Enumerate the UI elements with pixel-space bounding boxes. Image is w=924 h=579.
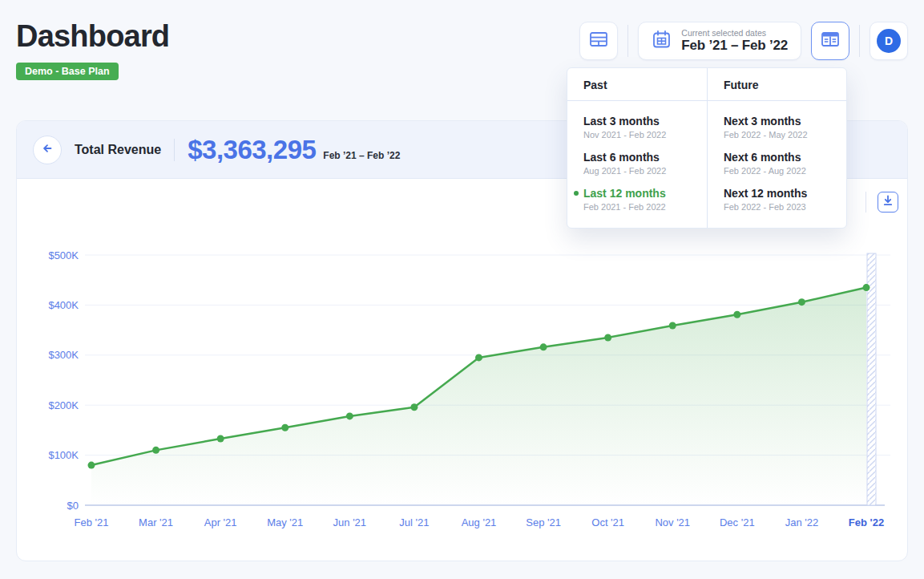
download-icon [882,195,894,209]
comparison-table-button[interactable] [811,22,849,60]
topbar-divider-2 [859,25,860,57]
topbar-divider-1 [627,25,628,57]
option-last-12-months[interactable]: Last 12 months Feb 2021 - Feb 2022 [583,187,696,212]
svg-text:Mar '21: Mar '21 [139,516,173,528]
layout-rows-button[interactable] [579,22,618,60]
layout-rows-icon [589,30,608,51]
page-title: Dashboard [16,19,169,55]
future-column-header: Future [708,68,846,101]
svg-text:Nov '21: Nov '21 [655,516,690,528]
title-block: Dashboard Demo - Base Plan [16,19,169,80]
svg-text:Feb '22: Feb '22 [849,516,884,528]
past-column: Past Last 3 months Nov 2021 - Feb 2022 L… [567,68,707,228]
user-menu-button[interactable]: D [870,22,908,60]
svg-text:Dec '21: Dec '21 [720,516,755,528]
avatar: D [877,29,901,53]
plan-badge: Demo - Base Plan [16,63,119,80]
svg-text:Jul '21: Jul '21 [399,516,429,528]
metric-value-block: $3,363,295 Feb ’21 – Feb ’22 [188,135,400,165]
option-last-3-months[interactable]: Last 3 months Nov 2021 - Feb 2022 [583,115,696,140]
svg-text:$0: $0 [67,500,79,512]
date-range-value: Feb ’21 – Feb ’22 [681,38,788,54]
svg-text:Oct '21: Oct '21 [591,516,624,528]
option-last-6-months[interactable]: Last 6 months Aug 2021 - Feb 2022 [583,151,696,176]
date-range-button[interactable]: Current selected dates Feb ’21 – Feb ’22 [638,22,801,60]
metric-period: Feb ’21 – Feb ’22 [323,150,400,161]
date-range-texts: Current selected dates Feb ’21 – Feb ’22 [681,28,788,54]
svg-text:$300K: $300K [48,349,79,361]
top-bar-actions: Current selected dates Feb ’21 – Feb ’22 [579,22,908,60]
svg-text:Aug '21: Aug '21 [462,516,497,528]
comparison-table-icon [821,30,840,51]
option-next-12-months[interactable]: Next 12 months Feb 2022 - Feb 2023 [724,187,835,212]
header-divider [174,139,175,161]
metric-amount: $3,363,295 [188,135,316,165]
svg-text:Jun '21: Jun '21 [333,516,367,528]
option-next-3-months[interactable]: Next 3 months Feb 2022 - May 2022 [724,115,835,140]
future-column: Future Next 3 months Feb 2022 - May 2022… [707,68,846,228]
svg-text:Jan '22: Jan '22 [785,516,819,528]
download-button[interactable] [878,192,898,213]
svg-text:$500K: $500K [48,249,79,261]
metric-title: Total Revenue [75,143,161,157]
date-range-label: Current selected dates [681,28,766,38]
arrow-left-icon [41,142,54,158]
svg-text:$200K: $200K [48,399,79,411]
svg-text:$400K: $400K [48,299,79,311]
back-button[interactable] [33,136,62,164]
svg-text:May '21: May '21 [267,516,303,528]
date-range-dropdown: Past Last 3 months Nov 2021 - Feb 2022 L… [567,67,847,229]
svg-text:Sep '21: Sep '21 [526,516,561,528]
svg-text:$100K: $100K [48,449,79,461]
dashboard-page: Dashboard Demo - Base Plan [0,0,924,579]
revenue-line-chart[interactable]: $0$100K$200K$300K$400K$500KFeb '21Mar '2… [17,219,907,548]
option-next-6-months[interactable]: Next 6 months Feb 2022 - Aug 2022 [724,151,835,176]
past-column-header: Past [567,68,707,101]
svg-text:Feb '21: Feb '21 [75,516,109,528]
calendar-icon [652,30,672,53]
svg-text:Apr '21: Apr '21 [204,516,237,528]
toolbar-divider [865,192,866,213]
